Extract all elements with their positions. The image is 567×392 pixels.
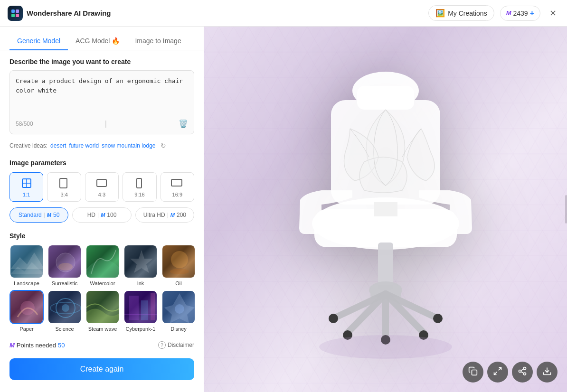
- credits-icon: M: [506, 9, 511, 17]
- style-cyberpunk-label: Cyberpunk-1: [126, 326, 156, 332]
- style-oil[interactable]: Oil: [161, 244, 196, 286]
- ratio-3-4-label: 3:4: [60, 192, 67, 197]
- quality-hd-sep: |: [97, 212, 99, 218]
- idea-tag-future-world[interactable]: future world: [69, 142, 99, 149]
- credits-count: 2439: [513, 9, 528, 17]
- ratio-3-4-button[interactable]: 3:4: [47, 172, 81, 202]
- scroll-indicator: [565, 195, 567, 224]
- style-steam-wave-label: Steam wave: [88, 326, 117, 332]
- share-icon: [518, 366, 527, 378]
- prompt-section-label: Describe the image you want to create: [9, 58, 194, 65]
- ratio-16-9-label: 16:9: [172, 192, 182, 197]
- expand-action-button[interactable]: [487, 362, 508, 383]
- ratio-16-9-button[interactable]: 16:9: [161, 172, 194, 202]
- svg-point-17: [62, 304, 69, 312]
- svg-point-15: [20, 301, 35, 315]
- tab-i2i-label: Image to Image: [135, 37, 181, 45]
- tab-acg-model[interactable]: ACG Model 🔥: [68, 32, 127, 50]
- style-paper[interactable]: Paper: [9, 290, 44, 332]
- style-ink[interactable]: Ink: [123, 244, 158, 286]
- quality-ultrahd-sep: |: [167, 212, 169, 218]
- ratio-3-4-icon: [57, 177, 71, 190]
- style-landscape-label: Landscape: [14, 280, 39, 286]
- style-title: Style: [9, 232, 194, 240]
- style-science[interactable]: Science: [47, 290, 82, 332]
- image-parameters-section: Image parameters 1:1 3:4: [0, 154, 204, 227]
- disclaimer-label: Disclaimer: [168, 342, 194, 348]
- quality-ultrahd-label: Ultra HD: [143, 212, 165, 218]
- style-steam-wave[interactable]: Steam wave: [85, 290, 120, 332]
- svg-line-51: [521, 372, 524, 373]
- idea-tag-desert[interactable]: desert: [50, 142, 66, 149]
- copy-icon: [468, 366, 478, 378]
- svg-point-14: [170, 269, 189, 274]
- svg-point-23: [175, 304, 184, 314]
- ratio-16-9-icon: [170, 177, 184, 190]
- copy-action-button[interactable]: [463, 362, 483, 383]
- svg-rect-32: [374, 202, 397, 216]
- left-panel: Generic Model ACG Model 🔥 Image to Image…: [0, 27, 204, 392]
- preview-background: [204, 27, 567, 392]
- disclaimer-button[interactable]: ? Disclaimer: [158, 341, 194, 349]
- close-button[interactable]: ✕: [546, 7, 559, 20]
- footer-row: M Points needed 50 ? Disclaimer: [0, 336, 204, 354]
- image-parameters-title: Image parameters: [9, 159, 194, 167]
- prompt-section: Describe the image you want to create Cr…: [0, 50, 204, 142]
- title-bar-left: Wondershare AI Drawing: [8, 6, 111, 21]
- my-creations-button[interactable]: 🖼️ My Creations: [428, 5, 494, 21]
- style-cyberpunk[interactable]: Cyberpunk-1: [123, 290, 158, 332]
- download-icon: [542, 366, 552, 378]
- quality-standard-sep: |: [44, 212, 45, 218]
- download-action-button[interactable]: [537, 362, 558, 383]
- quality-hd-button[interactable]: HD | M 100: [72, 207, 131, 223]
- app-logo: [8, 6, 23, 21]
- ratio-1-1-button[interactable]: 1:1: [9, 172, 43, 202]
- char-count: 58/500: [16, 121, 33, 127]
- points-needed: M Points needed 50: [9, 342, 65, 349]
- style-paper-thumb: [9, 290, 44, 324]
- idea-tag-snow-mountain[interactable]: snow mountain lodge: [102, 142, 155, 149]
- ratio-4-3-button[interactable]: 4:3: [85, 172, 119, 202]
- style-steam-wave-thumb: [85, 290, 120, 324]
- refresh-ideas-button[interactable]: ↻: [161, 142, 166, 149]
- quality-standard-label: Standard: [19, 212, 42, 218]
- quality-standard-button[interactable]: Standard | M 50: [9, 207, 68, 223]
- create-again-label: Create again: [80, 365, 124, 373]
- divider: |: [105, 120, 107, 128]
- create-again-button[interactable]: Create again: [9, 358, 194, 380]
- ratio-1-1-label: 1:1: [23, 192, 30, 197]
- style-science-label: Science: [55, 326, 74, 332]
- title-bar: Wondershare AI Drawing 🖼️ My Creations M…: [0, 0, 567, 27]
- expand-icon: [493, 366, 502, 378]
- style-disney[interactable]: Disney: [161, 290, 196, 332]
- ratio-9-16-button[interactable]: 9:16: [123, 172, 156, 202]
- ratio-4-3-icon: [95, 177, 109, 190]
- svg-rect-8: [97, 179, 106, 187]
- create-button-container: Create again: [0, 354, 204, 390]
- prompt-input[interactable]: Create a product design of an ergonomic …: [16, 76, 188, 113]
- tab-image-to-image[interactable]: Image to Image: [127, 32, 189, 50]
- creative-ideas-label: Creative ideas:: [9, 142, 47, 149]
- clear-prompt-button[interactable]: 🗑️: [179, 119, 188, 128]
- chair-image: [248, 53, 523, 366]
- tab-generic-model[interactable]: Generic Model: [9, 32, 68, 50]
- quality-ultrahd-button[interactable]: Ultra HD | M 200: [135, 207, 194, 223]
- svg-point-13: [171, 251, 188, 268]
- app-title: Wondershare AI Drawing: [27, 9, 111, 17]
- credits-button[interactable]: M 2439 +: [500, 6, 540, 21]
- tab-generic-label: Generic Model: [17, 37, 60, 45]
- quality-hd-label: HD: [87, 212, 95, 218]
- svg-rect-7: [60, 178, 67, 188]
- svg-rect-47: [472, 370, 477, 375]
- my-creations-icon: 🖼️: [435, 9, 445, 18]
- quality-standard-coins: 50: [53, 212, 59, 218]
- right-panel: [204, 27, 567, 392]
- style-surrealistic[interactable]: Surrealistic: [47, 244, 82, 286]
- style-landscape[interactable]: Landscape: [9, 244, 44, 286]
- share-action-button[interactable]: [512, 362, 533, 383]
- ratio-9-16-label: 9:16: [134, 192, 144, 197]
- svg-rect-1: [16, 9, 19, 13]
- svg-point-41: [329, 314, 338, 323]
- style-landscape-thumb: [9, 244, 44, 279]
- style-watercolor[interactable]: Watercolor: [85, 244, 120, 286]
